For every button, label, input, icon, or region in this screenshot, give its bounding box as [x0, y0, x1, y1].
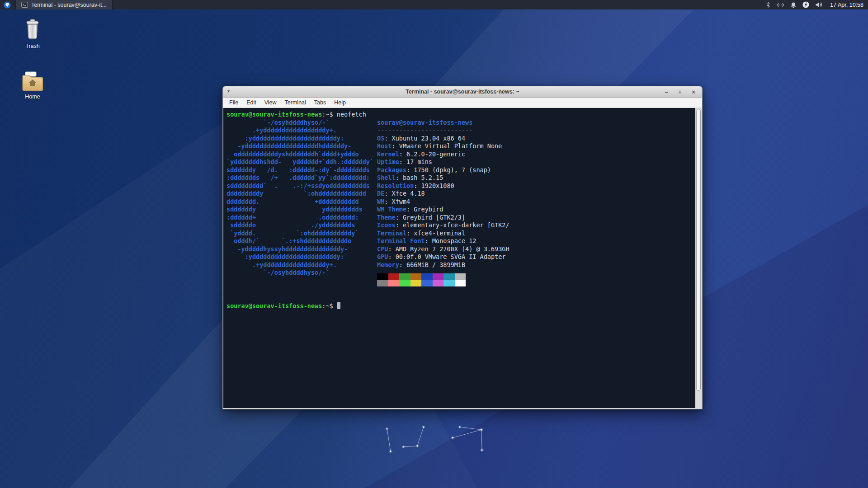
power-manager-icon[interactable]	[802, 1, 809, 8]
info-row: Memory: 666MiB / 3899MiB	[377, 261, 630, 269]
info-row: CPU: AMD Ryzen 7 2700X (4) @ 3.693GH	[377, 245, 630, 253]
neofetch-user-host: sourav@sourav-itsfoss-news	[377, 119, 630, 127]
info-row: Uptime: 17 mins	[377, 158, 630, 166]
system-tray: 17 Apr, 10:58	[765, 1, 868, 8]
taskbar-window-button[interactable]: Terminal - sourav@sourav-it...	[15, 0, 113, 9]
terminal-window: ▾ Terminal - sourav@sourav-itsfoss-news:…	[222, 86, 703, 409]
info-row: Host: VMware Virtual Platform None	[377, 142, 630, 150]
palette-row-1	[377, 273, 630, 280]
applications-menu-button[interactable]	[0, 0, 14, 9]
info-row: Resolution: 868x488	[377, 182, 630, 190]
palette-swatch	[433, 280, 444, 287]
trash-can-icon	[24, 19, 41, 41]
desktop-icon-label: Home	[25, 94, 40, 100]
palette-swatch	[455, 280, 466, 287]
window-title: Terminal - sourav@sourav-itsfoss-news: ~	[406, 89, 519, 95]
terminal-body: sourav@sourav-itsfoss-news:~$ neofetch `…	[222, 108, 703, 409]
palette-swatch	[455, 273, 466, 280]
terminal-color-palette	[377, 273, 630, 286]
top-panel: Terminal - sourav@sourav-it... 17 Apr, 1…	[0, 0, 868, 9]
palette-swatch	[433, 273, 444, 280]
whisker-menu-icon	[4, 1, 11, 9]
prompt-user: sourav@sourav-itsfoss-news	[226, 302, 322, 310]
palette-swatch	[388, 280, 400, 287]
info-row: Terminal Font: Monospace 12	[377, 237, 630, 245]
palette-swatch	[377, 273, 388, 280]
terminal-scrollbar[interactable]	[696, 108, 702, 408]
command-line: sourav@sourav-itsfoss-news:~$ neofetch	[226, 111, 366, 119]
menu-tabs[interactable]: Tabs	[310, 98, 330, 107]
network-icon[interactable]	[777, 2, 784, 8]
menu-edit[interactable]: Edit	[242, 98, 260, 107]
palette-swatch	[421, 273, 433, 280]
neofetch-output: `-/osyhddddhyso/-` .+ydddddddddddddddddy…	[226, 119, 373, 277]
palette-swatch	[399, 273, 410, 280]
prompt-suffix: :~$	[322, 302, 333, 310]
palette-swatch	[388, 273, 400, 280]
panel-clock[interactable]: 17 Apr, 10:58	[830, 2, 863, 8]
window-menu-arrow-icon[interactable]: ▾	[227, 89, 230, 94]
palette-swatch	[410, 273, 422, 280]
desktop-icon-home[interactable]: Home	[14, 71, 51, 100]
info-row: Theme: Greybird [GTK2/3]	[377, 214, 630, 222]
shell-prompt: sourav@sourav-itsfoss-news:~$	[226, 302, 340, 310]
neofetch-info-column: sourav@sourav-itsfoss-news -------------…	[377, 119, 630, 287]
scrollbar-thumb[interactable]	[696, 109, 701, 391]
palette-row-2	[377, 280, 630, 287]
info-row: GPU: 00:0f.0 VMware SVGA II Adapter	[377, 253, 630, 261]
command-text: neofetch	[337, 111, 366, 118]
menu-file[interactable]: File	[225, 98, 242, 107]
neofetch-separator: --------------------------	[377, 127, 630, 135]
menu-view[interactable]: View	[260, 98, 281, 107]
bluetooth-icon[interactable]	[765, 1, 771, 8]
palette-swatch	[377, 280, 388, 287]
close-button[interactable]: ×	[690, 89, 697, 95]
window-controls: – + ×	[663, 86, 697, 98]
constellation-graphic	[375, 416, 502, 470]
prompt-suffix: :~$	[322, 111, 337, 118]
info-row: Packages: 1750 (dpkg), 7 (snap)	[377, 166, 630, 174]
menu-help[interactable]: Help	[330, 98, 350, 107]
palette-swatch	[443, 273, 455, 280]
home-folder-icon	[21, 71, 44, 91]
info-row: WM: Xfwm4	[377, 198, 630, 206]
desktop-icon-trash[interactable]: Trash	[14, 19, 51, 49]
taskbar-window-label: Terminal - sourav@sourav-it...	[31, 2, 107, 8]
terminal-window-icon	[21, 2, 28, 8]
text-cursor	[337, 302, 340, 309]
info-row: Kernel: 6.2.0-20-generic	[377, 150, 630, 159]
notifications-bell-icon[interactable]	[790, 2, 797, 8]
neofetch-info-list: OS: Xubuntu 23.04 x86_64Host: VMware Vir…	[377, 135, 630, 269]
palette-swatch	[399, 280, 410, 287]
palette-swatch	[421, 280, 433, 287]
maximize-button[interactable]: +	[677, 89, 683, 95]
info-row: Icons: elementary-xfce-darker [GTK2/	[377, 221, 630, 230]
terminal-screen[interactable]: sourav@sourav-itsfoss-news:~$ neofetch `…	[223, 108, 695, 408]
minimize-button[interactable]: –	[663, 89, 670, 95]
desktop-icon-label: Trash	[25, 43, 40, 49]
neofetch-ascii-art: `-/osyhddddhyso/-` .+ydddddddddddddddddy…	[226, 119, 373, 277]
info-row: Shell: bash 5.2.15	[377, 174, 630, 182]
info-row: OS: Xubuntu 23.04 x86_64	[377, 135, 630, 143]
window-titlebar[interactable]: ▾ Terminal - sourav@sourav-itsfoss-news:…	[222, 86, 703, 98]
volume-icon[interactable]	[815, 2, 822, 8]
palette-swatch	[443, 280, 455, 287]
prompt-user: sourav@sourav-itsfoss-news	[226, 111, 322, 118]
palette-swatch	[410, 280, 422, 287]
menu-terminal[interactable]: Terminal	[281, 98, 310, 107]
info-row: WM Theme: Greybird	[377, 206, 630, 214]
menu-bar: FileEditViewTerminalTabsHelp	[222, 98, 703, 108]
info-row: Terminal: xfce4-terminal	[377, 230, 630, 238]
info-row: DE: Xfce 4.18	[377, 190, 630, 198]
